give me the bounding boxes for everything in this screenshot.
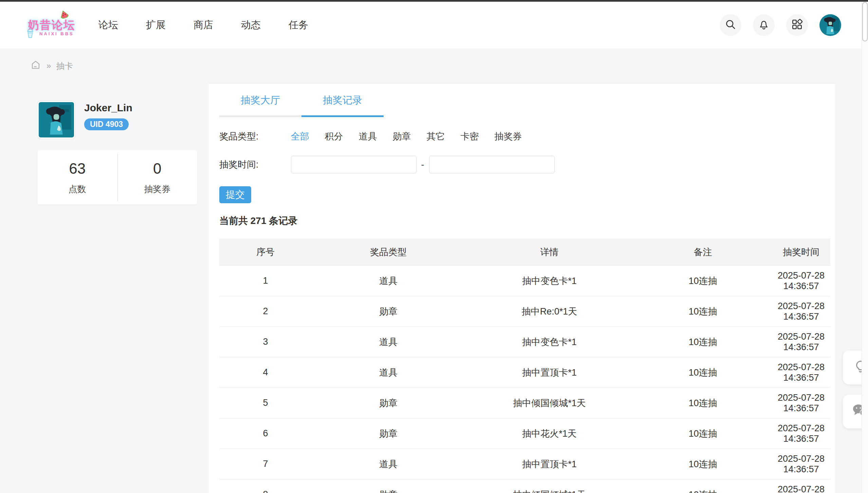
header-actions (720, 14, 841, 36)
cell-draw-time: 2025-07-28 14:36:57 (772, 479, 830, 493)
scrollbar-thumb[interactable] (862, 2, 868, 41)
avatar-image (39, 102, 74, 137)
table-row: 5 勋章 抽中倾国倾城*1天 10连抽 2025-07-28 14:36:57 (219, 388, 830, 418)
time-to-input[interactable] (429, 156, 555, 173)
apps-button[interactable] (786, 14, 808, 36)
cell-draw-time: 2025-07-28 14:36:57 (772, 449, 830, 479)
prize-type-option[interactable]: 全部 (291, 130, 309, 143)
home-icon (30, 59, 41, 73)
scrollbar-track[interactable] (862, 0, 868, 493)
cell-index: 4 (219, 357, 312, 388)
top-strip (0, 0, 868, 2)
uid-badge: UID 4903 (84, 118, 129, 130)
tab[interactable]: 抽奖记录 (301, 94, 384, 117)
search-button[interactable] (720, 14, 741, 36)
site-logo[interactable]: 奶昔论坛 NAIXI BBS (28, 10, 72, 40)
cell-prize-type: 勋章 (312, 418, 465, 449)
nav-item[interactable]: 商店 (193, 18, 213, 32)
lottery-panel: 抽奖大厅 抽奖记录 奖品类型: 全部 积分 道具 勋章 其它 卡密 抽奖券 抽奖… (209, 83, 835, 493)
column-header: 序号 (219, 239, 312, 266)
cell-index: 3 (219, 327, 312, 357)
logo-subtitle: NAIXI BBS (39, 31, 74, 36)
time-from-input[interactable] (291, 156, 417, 173)
table-row: 8 勋章 抽中倾国倾城*1天 10连抽 2025-07-28 14:36:57 (219, 479, 830, 493)
prize-type-option[interactable]: 抽奖券 (495, 130, 522, 143)
cell-prize-type: 勋章 (312, 479, 465, 493)
stat-label: 点数 (37, 183, 117, 195)
cell-prize-type: 勋章 (312, 388, 465, 418)
record-count: 当前共 271 条记录 (219, 215, 830, 226)
prize-type-option[interactable]: 勋章 (393, 130, 411, 143)
cell-prize-type: 道具 (312, 266, 465, 296)
profile-card: Joker_Lin UID 4903 (37, 101, 132, 139)
cell-prize-type: 勋章 (312, 296, 465, 327)
prize-type-filter: 奖品类型: 全部 积分 道具 勋章 其它 卡密 抽奖券 (219, 131, 830, 142)
records-table-head: 序号 奖品类型 详情 备注 抽奖时间 (219, 239, 830, 266)
cell-detail: 抽中变色卡*1 (465, 266, 634, 296)
table-row: 2 勋章 抽中Re:0*1天 10连抽 2025-07-28 14:36:57 (219, 296, 830, 327)
main-nav: 论坛 扩展 商店 动态 任务 (98, 18, 308, 32)
records-table-body: 1 道具 抽中变色卡*1 10连抽 2025-07-28 14:36:57 2 … (219, 266, 830, 493)
cell-detail: 抽中Re:0*1天 (465, 296, 634, 327)
avatar-image (819, 14, 841, 36)
cell-detail: 抽中置顶卡*1 (465, 357, 634, 388)
table-row: 6 勋章 抽中花火*1天 10连抽 2025-07-28 14:36:57 (219, 418, 830, 449)
prize-type-label: 奖品类型: (219, 130, 259, 143)
cell-detail: 抽中倾国倾城*1天 (465, 388, 634, 418)
table-row: 1 道具 抽中变色卡*1 10连抽 2025-07-28 14:36:57 (219, 266, 830, 296)
nav-item[interactable]: 扩展 (146, 18, 166, 32)
cell-index: 7 (219, 449, 312, 479)
prize-type-options: 全部 积分 道具 勋章 其它 卡密 抽奖券 (291, 130, 522, 143)
prize-type-option[interactable]: 积分 (325, 130, 343, 143)
cell-draw-time: 2025-07-28 14:36:57 (772, 388, 830, 418)
profile-name: Joker_Lin (84, 102, 132, 114)
range-separator: - (421, 159, 424, 170)
cell-remark: 10连抽 (634, 357, 772, 388)
draw-time-label: 抽奖时间: (219, 158, 259, 171)
cell-prize-type: 道具 (312, 357, 465, 388)
cell-detail: 抽中置顶卡*1 (465, 449, 634, 479)
cell-draw-time: 2025-07-28 14:36:57 (772, 357, 830, 388)
breadcrumb-home[interactable] (30, 59, 41, 73)
cell-remark: 10连抽 (634, 418, 772, 449)
apps-grid-icon (791, 18, 803, 32)
cell-draw-time: 2025-07-28 14:36:57 (772, 418, 830, 449)
notifications-button[interactable] (753, 14, 775, 36)
prize-type-option[interactable]: 卡密 (461, 130, 479, 143)
submit-button[interactable]: 提交 (219, 186, 251, 203)
cell-remark: 10连抽 (634, 479, 772, 493)
cell-detail: 抽中花火*1天 (465, 418, 634, 449)
breadcrumb-separator: » (47, 61, 51, 71)
nav-item[interactable]: 论坛 (98, 18, 118, 32)
table-row: 7 道具 抽中置顶卡*1 10连抽 2025-07-28 14:36:57 (219, 449, 830, 479)
cell-detail: 抽中倾国倾城*1天 (465, 479, 634, 493)
column-header: 备注 (634, 239, 772, 266)
cell-draw-time: 2025-07-28 14:36:57 (772, 266, 830, 296)
tab[interactable]: 抽奖大厅 (219, 94, 301, 117)
cell-draw-time: 2025-07-28 14:36:57 (772, 327, 830, 357)
column-header: 抽奖时间 (772, 239, 830, 266)
stat-label: 抽奖券 (117, 183, 198, 195)
nav-item[interactable]: 动态 (241, 18, 261, 32)
cell-remark: 10连抽 (634, 266, 772, 296)
draw-time-filter: 抽奖时间: - (219, 156, 830, 173)
cell-prize-type: 道具 (312, 327, 465, 357)
prize-type-option[interactable]: 道具 (359, 130, 377, 143)
cell-remark: 10连抽 (634, 327, 772, 357)
cell-remark: 10连抽 (634, 296, 772, 327)
cell-index: 2 (219, 296, 312, 327)
prize-type-option[interactable]: 其它 (427, 130, 445, 143)
table-row: 4 道具 抽中置顶卡*1 10连抽 2025-07-28 14:36:57 (219, 357, 830, 388)
cell-index: 5 (219, 388, 312, 418)
breadcrumb: » 抽卡 (30, 59, 73, 73)
header: 奶昔论坛 NAIXI BBS 论坛 扩展 商店 动态 任务 (0, 2, 868, 49)
stat-value: 0 (117, 160, 198, 177)
table-row: 3 道具 抽中变色卡*1 10连抽 2025-07-28 14:36:57 (219, 327, 830, 357)
records-table: 序号 奖品类型 详情 备注 抽奖时间 1 道具 抽中变色卡*1 10连抽 (219, 239, 830, 493)
user-avatar[interactable] (819, 14, 841, 36)
search-icon (724, 18, 737, 32)
nav-item[interactable]: 任务 (289, 18, 308, 32)
cell-remark: 10连抽 (634, 388, 772, 418)
cell-index: 8 (219, 479, 312, 493)
milkshake-icon (26, 28, 35, 40)
